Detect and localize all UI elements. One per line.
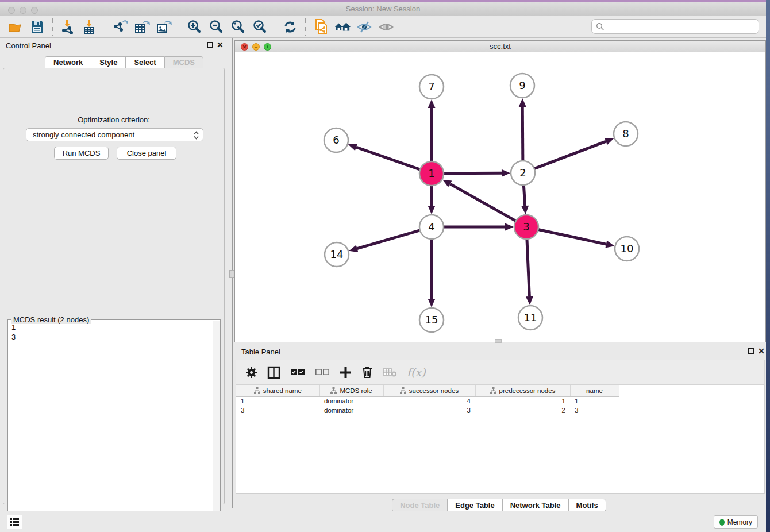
memory-button[interactable]: Memory	[714, 515, 758, 529]
export-table-icon[interactable]	[134, 19, 150, 35]
column-header-name[interactable]: name	[570, 385, 619, 396]
search-field[interactable]	[591, 19, 759, 34]
tab-style[interactable]: Style	[91, 56, 125, 68]
graph-edge-3-10[interactable]	[538, 229, 606, 244]
column-header-predecessor-nodes[interactable]: predecessor nodes	[475, 385, 570, 396]
graph-edge-2-3[interactable]	[523, 185, 525, 206]
houses-icon[interactable]	[334, 19, 351, 35]
graph-edge-arrowhead	[605, 241, 614, 248]
network-canvas-svg[interactable]: 7968124314101511	[235, 52, 765, 342]
tab-node-table[interactable]: Node Table	[392, 499, 447, 512]
app-titlebar[interactable]: Session: New Session	[0, 2, 766, 16]
graph-node-label-11: 11	[524, 311, 537, 323]
tab-network[interactable]: Network	[45, 56, 91, 68]
import-table-icon[interactable]	[82, 19, 98, 35]
zoom-selected-icon[interactable]	[252, 19, 268, 35]
delete-table-icon[interactable]	[383, 367, 397, 377]
mcds-result-text[interactable]: 1 3	[9, 322, 212, 532]
graph-edge-arrowhead	[502, 169, 510, 177]
graph-edge-3-1[interactable]	[450, 184, 515, 221]
memory-label: Memory	[727, 518, 752, 526]
close-table-panel-icon[interactable]: ✕	[758, 346, 765, 356]
control-panel-title: Control Panel	[6, 41, 51, 50]
zoom-in-icon[interactable]	[186, 19, 202, 35]
column-header-successor-nodes[interactable]: successor nodes	[383, 385, 475, 396]
save-icon[interactable]	[29, 19, 45, 35]
deselect-checkboxes-icon[interactable]	[315, 368, 330, 376]
eye-slash-icon[interactable]	[356, 19, 372, 35]
open-folder-icon[interactable]	[7, 19, 24, 35]
columns-icon[interactable]	[267, 366, 280, 379]
graph-node-label-15: 15	[425, 314, 438, 326]
zoom-out-icon[interactable]	[208, 19, 224, 35]
trash-icon[interactable]	[361, 366, 373, 379]
graph-node-label-8: 8	[622, 128, 629, 140]
column-header-MCDS-role[interactable]: MCDS role	[319, 385, 383, 396]
table-cell[interactable]: 4	[383, 396, 475, 406]
zoom-fit-icon[interactable]	[230, 19, 246, 35]
table-cell[interactable]: 2	[475, 406, 570, 415]
table-cell[interactable]: 1	[236, 396, 319, 406]
table-cell[interactable]: 3	[383, 406, 475, 415]
table-cell[interactable]: 1	[475, 396, 570, 406]
control-panel: Control Panel ✕ Network Style Select MCD…	[0, 38, 228, 508]
hierarchy-icon	[330, 387, 337, 394]
float-panel-icon[interactable]	[207, 42, 213, 48]
graph-edge-4-14[interactable]	[357, 230, 420, 249]
network-view-window: ✕ − + scc.txt 7968124314101511	[234, 40, 766, 342]
close-panel-button[interactable]: Close panel	[117, 147, 176, 160]
graph-edge-1-2[interactable]	[444, 173, 502, 174]
table-cell-filler	[619, 396, 622, 406]
table-cell[interactable]: 3	[570, 406, 619, 415]
graph-edge-arrowhead	[505, 223, 514, 231]
table-row[interactable]: 1dominator411	[236, 396, 622, 406]
export-image-icon[interactable]	[156, 19, 172, 35]
list-icon	[10, 518, 20, 526]
graph-node-label-2: 2	[519, 167, 526, 179]
import-network-icon[interactable]	[60, 19, 76, 35]
select-all-checkboxes-icon[interactable]	[290, 368, 305, 376]
function-builder-icon[interactable]: f(x)	[407, 366, 426, 379]
table-cell[interactable]: 1	[570, 396, 619, 406]
tab-select[interactable]: Select	[125, 56, 164, 68]
table-cell[interactable]: dominator	[319, 396, 383, 406]
hierarchy-icon	[400, 387, 406, 394]
export-network-icon[interactable]	[112, 19, 128, 35]
close-panel-icon[interactable]: ✕	[217, 40, 224, 49]
tab-network-table[interactable]: Network Table	[502, 499, 568, 512]
column-label: MCDS role	[340, 387, 372, 394]
graph-edge-arrowhead	[526, 296, 533, 305]
network-window-titlebar[interactable]: ✕ − + scc.txt	[235, 41, 765, 52]
table-cell[interactable]: dominator	[319, 406, 383, 415]
network-resize-handle[interactable]	[495, 339, 502, 343]
eye-icon[interactable]	[378, 19, 394, 35]
run-mcds-button[interactable]: Run MCDS	[54, 147, 109, 160]
copy-network-icon[interactable]	[313, 19, 329, 35]
node-table-grid[interactable]: shared nameMCDS rolesuccessor nodesprede…	[236, 385, 622, 415]
screen: Session: New Session	[0, 0, 770, 532]
tab-edge-table[interactable]: Edge Table	[447, 499, 502, 512]
graph-edge-arrowhead	[349, 245, 358, 252]
refresh-icon[interactable]	[282, 19, 298, 35]
graph-edge-arrowhead	[428, 206, 436, 214]
graph-edge-1-6[interactable]	[356, 147, 420, 169]
table-panel-title: Table Panel	[241, 348, 280, 356]
graph-edge-2-8[interactable]	[534, 141, 606, 168]
gear-icon[interactable]	[245, 367, 257, 379]
graph-node-label-4: 4	[428, 221, 434, 233]
mcds-result-scrollbar[interactable]	[213, 321, 220, 532]
column-header-shared-name[interactable]: shared name	[236, 385, 319, 396]
table-cell[interactable]: 3	[236, 406, 319, 415]
graph-edge-3-11[interactable]	[527, 239, 529, 296]
search-input[interactable]	[605, 21, 759, 32]
optimization-criterion-select[interactable]: strongly connected component	[26, 128, 203, 141]
graph-node-label-7: 7	[428, 80, 434, 92]
float-table-panel-icon[interactable]	[748, 348, 754, 354]
add-icon[interactable]	[340, 367, 352, 379]
tab-mcds[interactable]: MCDS	[164, 56, 203, 68]
table-row[interactable]: 3dominator323	[236, 406, 622, 415]
node-table-body: 1dominator4113dominator323	[236, 396, 622, 415]
tab-motifs[interactable]: Motifs	[568, 499, 606, 512]
task-history-button[interactable]	[7, 515, 22, 529]
graph-edge-2-9[interactable]	[522, 107, 523, 161]
